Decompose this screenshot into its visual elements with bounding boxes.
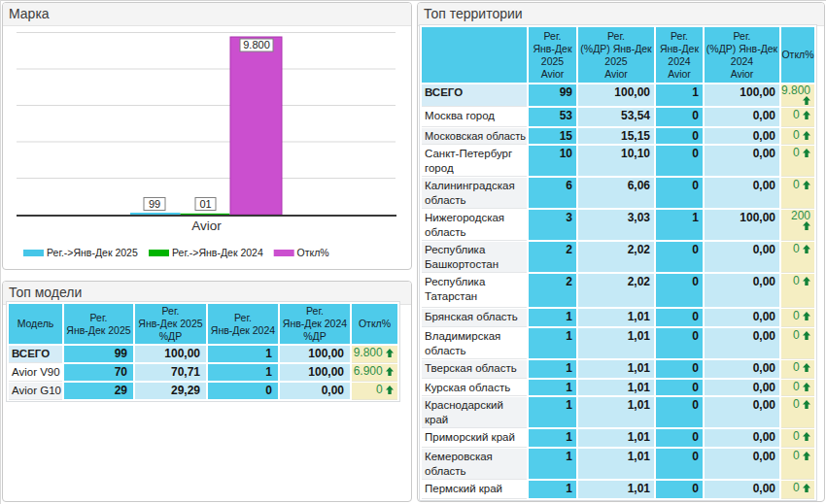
svg-text:Рег.->Янв-Дек 2025: Рег.->Янв-Дек 2025 (47, 247, 138, 258)
svg-text:Откл%: Откл% (297, 247, 329, 258)
svg-text:01: 01 (199, 198, 211, 210)
svg-text:99: 99 (149, 198, 160, 210)
svg-text:Рег.->Янв-Дек 2024: Рег.->Янв-Дек 2024 (172, 247, 263, 258)
svg-text:Avior: Avior (191, 218, 222, 233)
svg-text:9.800: 9.800 (243, 39, 270, 50)
